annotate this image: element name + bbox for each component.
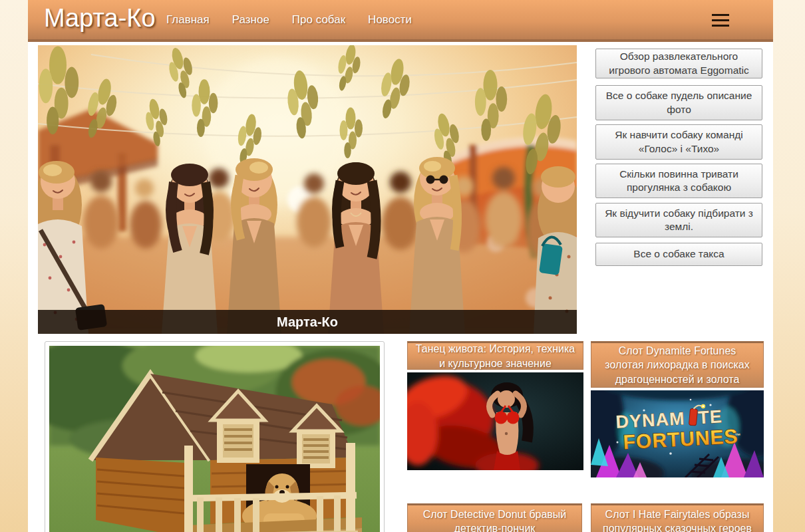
sidebar-link-walk-duration[interactable]: Скільки повинна тривати прогулянка з соб… [595,164,762,198]
main-nav: Главная Разное Про собак Новости [166,13,412,27]
nav-item-dogs[interactable]: Про собак [292,13,345,27]
nav-item-news[interactable]: Новости [368,13,412,27]
site-header: Марта-Ко Главная Разное Про собак Новост… [28,0,773,42]
doghouse-image-card[interactable] [45,341,385,532]
article-title-detective-donut[interactable]: Слот Detective Donut бравый детектив-пон… [407,503,582,532]
article-title-dynamite-fortunes[interactable]: Слот Dynamite Fortunes золотая лихорадка… [591,341,764,388]
article-title-i-hate-fairytales[interactable]: Слот I Hate Fairytales образы популярных… [591,503,764,532]
sidebar-link-eggomatic[interactable]: Обзор развлекательного игрового автомата… [595,49,762,78]
sidebar-link-pickup-ground[interactable]: Як відучити собаку підбирати з землі. [595,203,762,237]
dynamite-fortunes-illustration: DYNAM TE FORTUNES ™ [591,390,764,477]
dynamite-logo-tm: ™ [734,432,741,439]
nav-item-misc[interactable]: Разное [232,13,269,27]
sidebar-link-voice-command[interactable]: Як навчити собаку команді «Голос» і «Тих… [595,124,762,160]
dynamite-fortunes-image[interactable]: DYNAM TE FORTUNES ™ [591,390,764,477]
belly-dance-image[interactable] [407,372,583,470]
doghouse-illustration [49,346,380,532]
hero-caption: Марта-Ко [38,310,577,334]
nav-item-home[interactable]: Главная [166,13,210,27]
content-frame: Марта-Ко Главная Разное Про собак Новост… [28,0,773,532]
hamburger-menu-icon[interactable] [712,14,729,27]
article-title-belly-dance[interactable]: Танец живота: История, техника и культур… [407,341,583,370]
sidebar: Обзор развлекательного игрового автомата… [595,49,762,266]
sidebar-link-dachshund[interactable]: Все о собаке такса [595,243,762,266]
hero-illustration [38,45,577,334]
sidebar-link-poodle[interactable]: Все о собаке пудель описание фото [595,85,762,120]
site-logo[interactable]: Марта-Ко [44,4,156,33]
dynamite-logo-word2: TE [697,406,723,428]
hero-image: Марта-Ко [38,45,577,334]
belly-dance-illustration [407,372,583,470]
